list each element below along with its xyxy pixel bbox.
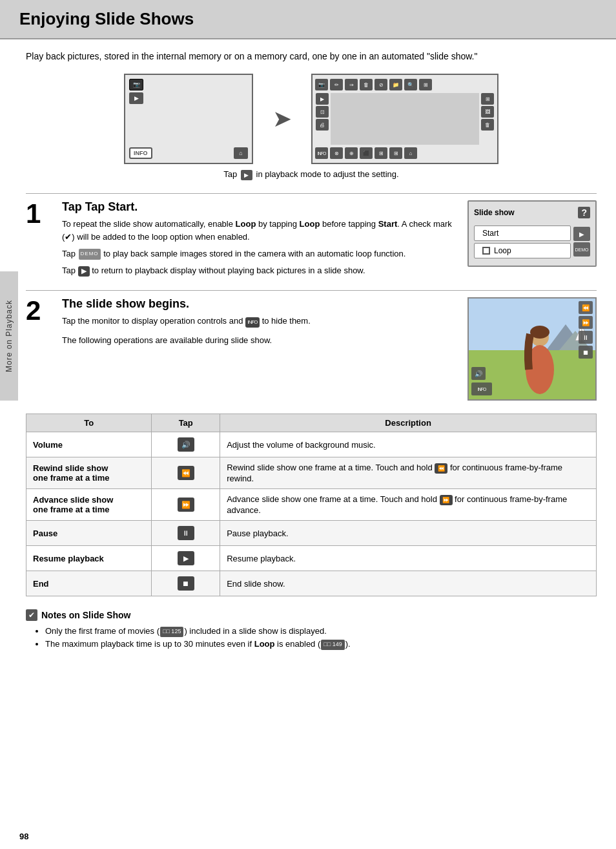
- table-header-to: To: [26, 414, 152, 432]
- dialog-demo-icon: DEMO: [573, 242, 590, 257]
- ref-box-149: □□ 149: [321, 640, 344, 650]
- table-cell-to-end: End: [26, 571, 152, 596]
- page-container: More on Playback Enjoying Slide Shows Pl…: [0, 0, 616, 849]
- divider-2: [26, 290, 597, 291]
- home-icon-small: ⌂: [234, 147, 248, 159]
- table-row: Volume 🔊 Adjust the volume of background…: [26, 432, 597, 457]
- resume-icon: ▶: [178, 551, 194, 565]
- table-cell-desc-rewind: Rewind slide show one frame at a time. T…: [220, 457, 597, 489]
- rewind-inline-icon: ⏪: [435, 463, 447, 474]
- sidebar-tab: More on Playback: [0, 271, 18, 401]
- playback-screen-after: 📷 ✏ ⇒ 🗑 ⊘ 📁 🔍 ⊞ ▶ ⊡ 🖨 ⊞ 🖼: [311, 74, 498, 164]
- main-content: Play back pictures, stored in the intern…: [0, 39, 616, 667]
- slideshow-dialog: Slide show ? Start Loop ▶: [467, 200, 597, 267]
- table-cell-to-pause: Pause: [26, 521, 152, 546]
- step-2-image: ⏪ ⏩ ⏸ ⏹ 🔊 INFO: [467, 297, 597, 401]
- pb-icon-b4: ⊞: [375, 147, 387, 159]
- pb-icon-home2: ⌂: [404, 147, 417, 159]
- pb-left-icons: ▶ ⊡ 🖨: [315, 93, 329, 145]
- step-1: 1 Tap Tap Start. To repeat the slide sho…: [26, 200, 597, 278]
- demo-icon: DEMO: [79, 249, 101, 259]
- table-cell-tap-end: ⏹: [152, 571, 220, 596]
- pb-icon-folder: 📁: [389, 79, 402, 90]
- arrow-right-icon: ➤: [272, 105, 292, 132]
- table-header-desc: Description: [220, 414, 597, 432]
- table-cell-tap-rewind: ⏪: [152, 457, 220, 489]
- volume-icon: 🔊: [178, 437, 194, 452]
- ctrl-advance: ⏩: [579, 316, 593, 329]
- divider-1: [26, 193, 597, 194]
- pb-icon-b5: ⊞: [389, 147, 402, 159]
- table-cell-desc-end: End slide show.: [220, 571, 597, 596]
- step-2-title: The slide show begins.: [62, 297, 457, 311]
- pb-icon-info2: INFO: [315, 147, 328, 159]
- table-cell-tap-advance: ⏩: [152, 489, 220, 521]
- notes-section: ✔ Notes on Slide Show Only the first fra…: [26, 609, 597, 657]
- pb-icon-b3: ⬛: [360, 147, 373, 159]
- notes-check-icon: ✔: [26, 609, 37, 621]
- page-number: 98: [19, 832, 28, 841]
- camera-screens-illustration: 📷 ▶ INFO ⌂ ➤ 📷 ✏ ⇒ 🗑 ⊘ 📁: [26, 74, 597, 164]
- table-row: Resume playback ▶ Resume playback.: [26, 546, 597, 571]
- step-2: 2 The slide show begins. Tap the monitor…: [26, 297, 597, 401]
- pb-icon-bookmark: ⊞: [481, 93, 494, 105]
- ctrl-stop: ⏹: [579, 346, 593, 359]
- table-header-tap: Tap: [152, 414, 220, 432]
- table-cell-desc-volume: Adjust the volume of background music.: [220, 432, 597, 457]
- pb-top-icons: 📷 ✏ ⇒ 🗑 ⊘ 📁 🔍 ⊞: [315, 78, 495, 92]
- pb2-left-controls: 🔊: [471, 367, 486, 380]
- table-cell-to-rewind: Rewind slide showone frame at a time: [26, 457, 152, 489]
- step-2-body: Tap the monitor to display operation con…: [62, 315, 457, 347]
- table-row: Rewind slide showone frame at a time ⏪ R…: [26, 457, 597, 489]
- table-cell-to-advance: Advance slide showone frame at a time: [26, 489, 152, 521]
- step-1-title: Tap Tap Start.: [62, 200, 457, 214]
- loop-button[interactable]: Loop: [474, 243, 571, 258]
- pb-icon-playback: ▶: [316, 93, 329, 105]
- pb-icon-scene: ⊡: [316, 106, 329, 118]
- rewind-icon: ⏪: [178, 466, 194, 480]
- advance-inline-icon: ⏩: [440, 495, 453, 505]
- pb2-right-controls: ⏪ ⏩ ⏸ ⏹: [579, 301, 593, 359]
- camera-screen-before: 📷 ▶ INFO ⌂: [124, 74, 253, 164]
- playback-icon-small: ▶: [129, 92, 143, 104]
- table-row: Pause ⏸ Pause playback.: [26, 521, 597, 546]
- notes-list: Only the first frame of movies (□□ 125) …: [26, 625, 597, 651]
- pb-icon-b1: ⊗: [330, 147, 343, 159]
- table-cell-desc-pause: Pause playback.: [220, 521, 597, 546]
- screen-icons-left: 📷 ▶: [129, 79, 143, 104]
- pb-icon-b2: ⊕: [345, 147, 358, 159]
- pb-icon-edit: ✏: [330, 79, 343, 90]
- ref-box-125: □□ 125: [160, 627, 183, 637]
- dialog-title: Slide show ?: [474, 207, 590, 218]
- info-inline-icon: INFO: [245, 317, 260, 328]
- table-cell-to-volume: Volume: [26, 432, 152, 457]
- pb-icon-photo: 🖼: [481, 106, 494, 118]
- pb-icon-search: 🔍: [404, 79, 417, 90]
- step-1-number: 1: [26, 200, 52, 227]
- table-cell-to-resume: Resume playback: [26, 546, 152, 571]
- screen-bottom-bar: INFO ⌂: [129, 147, 248, 159]
- pb-bottom-icons: INFO ⊗ ⊕ ⬛ ⊞ ⊞ ⌂: [315, 146, 495, 160]
- operations-table: To Tap Description Volume 🔊 Adjust the v…: [26, 414, 597, 596]
- notes-item-2: The maximum playback time is up to 30 mi…: [45, 638, 597, 651]
- slideshow-playback-screen: ⏪ ⏩ ⏸ ⏹ 🔊 INFO: [467, 297, 597, 401]
- pause-icon: ⏸: [178, 526, 194, 540]
- ctrl-volume: 🔊: [471, 367, 486, 380]
- playback-inline-icon: ▶: [241, 170, 252, 180]
- page-title: Enjoying Slide Shows: [19, 9, 597, 29]
- step-2-number: 2: [26, 297, 52, 324]
- step-1-image: Slide show ? Start Loop ▶: [467, 200, 597, 267]
- page-header: Enjoying Slide Shows: [0, 0, 616, 39]
- notes-title: Notes on Slide Show: [41, 610, 130, 620]
- start-button[interactable]: Start: [474, 225, 571, 241]
- pb-icon-camera: 📷: [315, 79, 328, 90]
- end-icon: ⏹: [178, 576, 194, 591]
- info-button-small: INFO: [129, 147, 152, 159]
- ctrl-pause: ⏸: [579, 331, 593, 344]
- step-2-content: The slide show begins. Tap the monitor t…: [62, 297, 457, 347]
- pb-icon-delete: 🗑: [360, 79, 373, 90]
- pb-icon-right-top: ⊞: [419, 79, 432, 90]
- table-cell-tap-pause: ⏸: [152, 521, 220, 546]
- dialog-right-icon1: ▶: [573, 227, 590, 241]
- pb-icon-trash2: 🗑: [481, 119, 494, 131]
